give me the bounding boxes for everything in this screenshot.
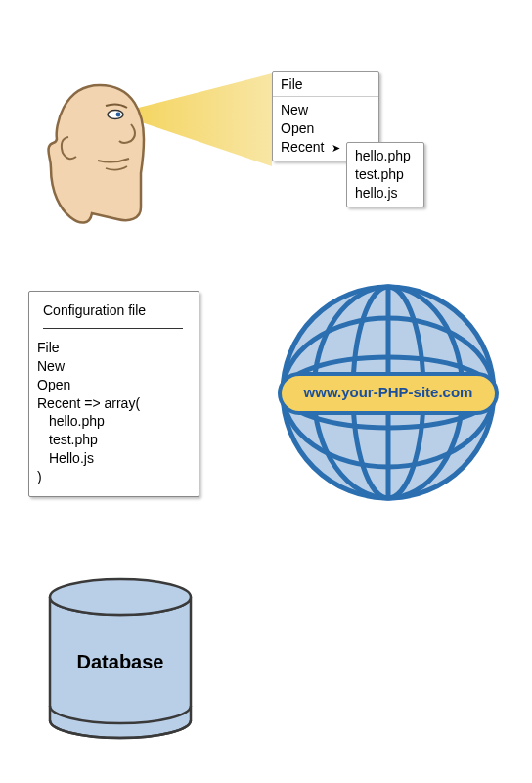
config-array-item-3: Hello.js — [37, 449, 189, 468]
svg-point-11 — [50, 579, 191, 615]
svg-point-1 — [108, 111, 123, 119]
person-head-icon — [41, 80, 158, 227]
config-array-item-2: test.php — [37, 431, 189, 449]
recent-file-2: test.php — [355, 165, 416, 184]
config-title: Configuration file — [37, 301, 189, 324]
config-line-file: File — [37, 339, 189, 357]
menu-item-open: Open — [281, 119, 371, 138]
url-text: www.your-PHP-site.com — [278, 384, 499, 400]
config-line-open: Open — [37, 376, 189, 394]
recent-file-1: hello.php — [355, 147, 416, 165]
config-array-item-1: hello.php — [37, 412, 189, 431]
recent-submenu: hello.php test.php hello.js — [346, 142, 424, 207]
recent-file-3: hello.js — [355, 184, 416, 203]
submenu-arrow-icon: ➤ — [328, 141, 340, 156]
svg-point-2 — [116, 113, 121, 117]
database-label: Database — [42, 651, 199, 673]
config-array-close: ) — [37, 468, 189, 486]
menu-item-new: New — [281, 101, 371, 119]
config-line-new: New — [37, 357, 189, 376]
config-file: Configuration file File New Open Recent … — [28, 291, 200, 497]
config-array-open: Recent => array( — [37, 394, 189, 413]
file-menu-title: File — [273, 72, 378, 97]
